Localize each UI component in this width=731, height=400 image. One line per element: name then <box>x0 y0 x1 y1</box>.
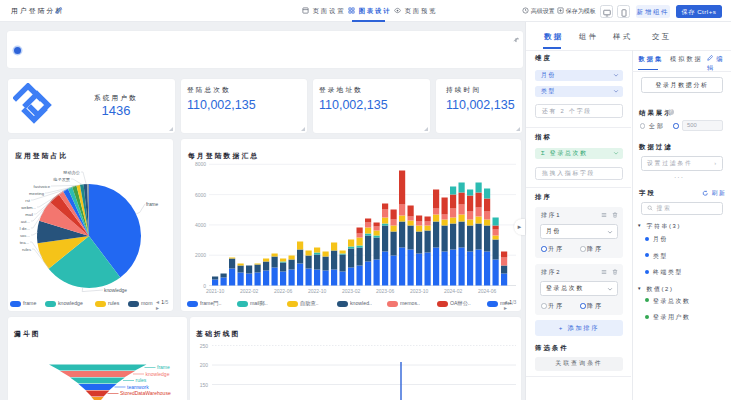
svg-text:150: 150 <box>200 382 209 388</box>
svg-text:I de...: I de... <box>20 226 30 231</box>
svg-text:2022-06: 2022-06 <box>274 288 293 294</box>
svg-text:frame: frame <box>146 202 159 207</box>
svg-text:200: 200 <box>200 362 209 368</box>
svg-text:aut...: aut... <box>21 219 30 224</box>
svg-text:mail: mail <box>25 212 33 217</box>
svg-text:2000: 2000 <box>195 252 206 258</box>
svg-text:2021-10: 2021-10 <box>206 288 225 294</box>
svg-text:2023-02: 2023-02 <box>342 288 361 294</box>
svg-text:2024-02: 2024-02 <box>444 288 463 294</box>
svg-text:电子发票: 电子发票 <box>53 177 71 182</box>
svg-text:fastvoice: fastvoice <box>33 184 50 189</box>
svg-text:tea...: tea... <box>20 240 29 245</box>
svg-text:teamwork: teamwork <box>127 384 149 390</box>
svg-text:移动办公: 移动办公 <box>63 170 81 175</box>
svg-text:2023-10: 2023-10 <box>410 288 429 294</box>
svg-text:rst: rst <box>25 198 30 203</box>
svg-text:knowledge: knowledge <box>104 288 127 293</box>
svg-text:meeting: meeting <box>29 191 45 196</box>
svg-text:8000: 8000 <box>195 161 206 167</box>
svg-text:StoredDataWarehouse: StoredDataWarehouse <box>120 390 171 396</box>
svg-text:rules: rules <box>22 247 31 252</box>
svg-text:rules: rules <box>136 377 147 383</box>
svg-text:soc...: soc... <box>20 233 30 238</box>
svg-text:frame: frame <box>157 364 170 370</box>
svg-text:knowledge: knowledge <box>146 371 170 377</box>
svg-text:6000: 6000 <box>195 192 206 198</box>
svg-text:4000: 4000 <box>195 222 206 228</box>
svg-text:2023-06: 2023-06 <box>376 288 395 294</box>
svg-text:2022-02: 2022-02 <box>240 288 259 294</box>
svg-text:webm...: webm... <box>21 205 36 210</box>
svg-text:2024-06: 2024-06 <box>478 288 497 294</box>
svg-text:250: 250 <box>200 343 209 349</box>
svg-text:2022-10: 2022-10 <box>308 288 327 294</box>
